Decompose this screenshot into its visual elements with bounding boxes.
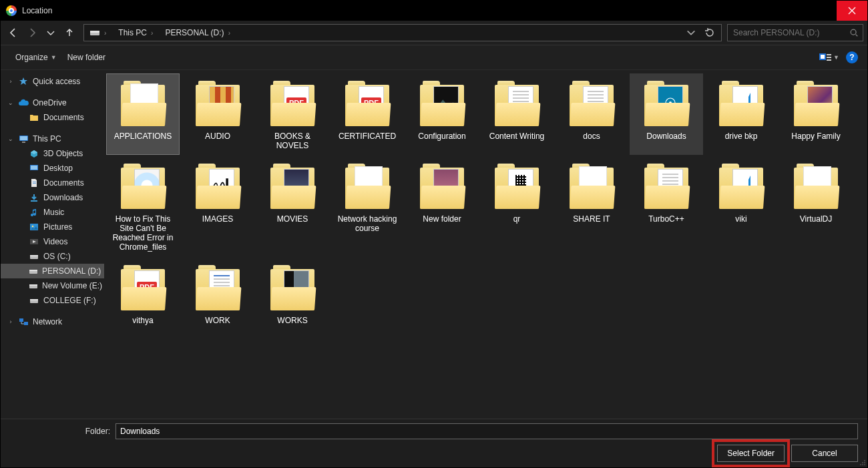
- chevron-right-icon: ›: [103, 29, 107, 37]
- music-icon: [29, 207, 39, 218]
- folder-label: How to Fix This Site Can't Be Reached Er…: [108, 214, 178, 252]
- dialog-body: › Quick access ⌄ OneDrive Documents ⌄ Th…: [1, 70, 867, 419]
- folder-content[interactable]: APPLICATIONSAUDIOPDFBOOKS & NOVELSPDFCER…: [104, 70, 867, 419]
- folder-item[interactable]: Network hacking course: [331, 156, 404, 256]
- folder-label: qr: [513, 214, 521, 224]
- svg-point-2: [851, 29, 856, 35]
- folder-label: Network hacking course: [333, 214, 402, 233]
- folder-item[interactable]: TurboC++: [630, 156, 703, 256]
- sidebar-item-college-f-[interactable]: COLLEGE (F:): [1, 293, 104, 308]
- sidebar: › Quick access ⌄ OneDrive Documents ⌄ Th…: [1, 70, 104, 419]
- chevron-right-icon[interactable]: ›: [7, 318, 14, 325]
- folder-icon: [566, 161, 618, 213]
- folder-item[interactable]: PDFBOOKS & NOVELS: [256, 73, 329, 155]
- folder-label: Folder:: [10, 427, 116, 436]
- breadcrumb[interactable]: › This PC › PERSONAL (D:) ›: [83, 24, 722, 41]
- close-button[interactable]: [837, 1, 867, 21]
- chevron-down-icon[interactable]: ⌄: [7, 99, 14, 106]
- folder-label: BOOKS & NOVELS: [258, 132, 327, 150]
- folder-item[interactable]: IMAGES: [181, 156, 254, 256]
- sidebar-item-music[interactable]: Music: [1, 205, 104, 220]
- sidebar-network[interactable]: › Network: [1, 314, 104, 329]
- crumb-this-pc[interactable]: This PC ›: [113, 25, 160, 41]
- svg-rect-28: [24, 322, 28, 325]
- chevron-right-icon: ›: [227, 29, 232, 37]
- sidebar-onedrive[interactable]: ⌄ OneDrive: [1, 95, 104, 110]
- svg-rect-13: [33, 182, 36, 182]
- folder-icon: [491, 161, 543, 213]
- search-icon: [849, 28, 859, 37]
- up-button[interactable]: [61, 24, 78, 41]
- folder-item[interactable]: Happy Family: [779, 73, 853, 155]
- forward-icon: [27, 27, 37, 38]
- folder-item[interactable]: VirtualDJ: [779, 156, 853, 256]
- folder-item[interactable]: APPLICATIONS: [106, 73, 180, 155]
- folder-label: Happy Family: [791, 132, 840, 141]
- resize-grip-icon[interactable]: [858, 458, 866, 466]
- folder-item[interactable]: viki: [704, 156, 778, 256]
- svg-point-31: [864, 464, 865, 465]
- sidebar-item-videos[interactable]: Videos: [1, 234, 104, 249]
- chevron-down-icon[interactable]: ⌄: [7, 136, 14, 142]
- sidebar-this-pc[interactable]: ⌄ This PC: [1, 132, 104, 146]
- sidebar-item-os-c-[interactable]: OS (C:): [1, 249, 104, 264]
- folder-item[interactable]: New folder: [405, 156, 479, 256]
- window-title: Location: [22, 6, 837, 15]
- recent-button[interactable]: [42, 24, 59, 41]
- folder-label: VirtualDJ: [800, 214, 832, 224]
- refresh-button[interactable]: [701, 24, 718, 41]
- crumb-personal-d[interactable]: PERSONAL (D:) ›: [160, 25, 237, 41]
- folder-item[interactable]: docs: [555, 73, 628, 155]
- sidebar-item-downloads[interactable]: Downloads: [1, 190, 104, 205]
- sidebar-item-documents[interactable]: Documents: [1, 176, 104, 190]
- folder-icon: [416, 161, 468, 213]
- search-input[interactable]: [732, 27, 849, 38]
- sidebar-quick-access[interactable]: › Quick access: [1, 74, 104, 89]
- desktop-icon: [29, 163, 39, 174]
- view-button[interactable]: [819, 52, 832, 63]
- titlebar[interactable]: Location: [1, 1, 867, 21]
- folder-label: viki: [735, 214, 746, 224]
- cancel-button[interactable]: Cancel: [791, 445, 858, 462]
- help-button[interactable]: ?: [846, 51, 858, 63]
- sidebar-onedrive-documents[interactable]: Documents: [1, 110, 104, 125]
- folder-item[interactable]: Configuration: [405, 73, 479, 155]
- back-button[interactable]: [5, 24, 22, 41]
- crumb-dropdown-button[interactable]: [682, 24, 700, 41]
- folder-item[interactable]: Downloads: [630, 73, 703, 155]
- folder-item[interactable]: drive bkp: [704, 73, 778, 155]
- chevron-down-icon: [686, 27, 696, 38]
- sidebar-item-new-volume-e-[interactable]: New Volume (E:): [1, 278, 104, 293]
- svg-point-17: [32, 226, 34, 228]
- folder-label: Configuration: [418, 132, 465, 141]
- forward-button[interactable]: [23, 24, 41, 41]
- folder-item[interactable]: PDFvithya: [106, 258, 180, 330]
- folder-icon: [117, 78, 169, 130]
- drive-icon: [29, 266, 38, 276]
- crumb-root[interactable]: ›: [84, 25, 113, 41]
- search-box[interactable]: [727, 24, 863, 41]
- folder-item[interactable]: qr: [480, 156, 554, 256]
- folder-item[interactable]: How to Fix This Site Can't Be Reached Er…: [106, 156, 180, 256]
- folder-input[interactable]: Downloads: [116, 423, 858, 439]
- chevron-down-icon[interactable]: ▼: [833, 54, 839, 61]
- sidebar-item-pictures[interactable]: Pictures: [1, 220, 104, 234]
- sidebar-item-desktop[interactable]: Desktop: [1, 161, 104, 176]
- folder-item[interactable]: Content Writing: [480, 73, 554, 155]
- folder-item[interactable]: MOVIES: [256, 156, 329, 256]
- folder-item[interactable]: SHARE IT: [555, 156, 628, 256]
- folder-item[interactable]: WORK: [181, 258, 254, 330]
- sidebar-item-personal-d-[interactable]: PERSONAL (D:): [1, 264, 104, 278]
- sidebar-item-3d-objects[interactable]: 3D Objects: [1, 146, 104, 161]
- svg-rect-12: [31, 166, 37, 170]
- select-folder-button[interactable]: Select Folder: [717, 445, 785, 462]
- organize-button[interactable]: Organize▼: [10, 50, 62, 65]
- folder-item[interactable]: WORKS: [256, 258, 329, 330]
- folder-item[interactable]: PDFCERTIFICATED: [331, 73, 404, 155]
- folder-label: docs: [583, 132, 600, 141]
- folder-item[interactable]: AUDIO: [181, 73, 254, 155]
- cloud-icon: [18, 97, 29, 108]
- chevron-right-icon[interactable]: ›: [7, 78, 14, 85]
- folder-icon: PDF: [341, 78, 393, 130]
- new-folder-button[interactable]: New folder: [62, 50, 111, 65]
